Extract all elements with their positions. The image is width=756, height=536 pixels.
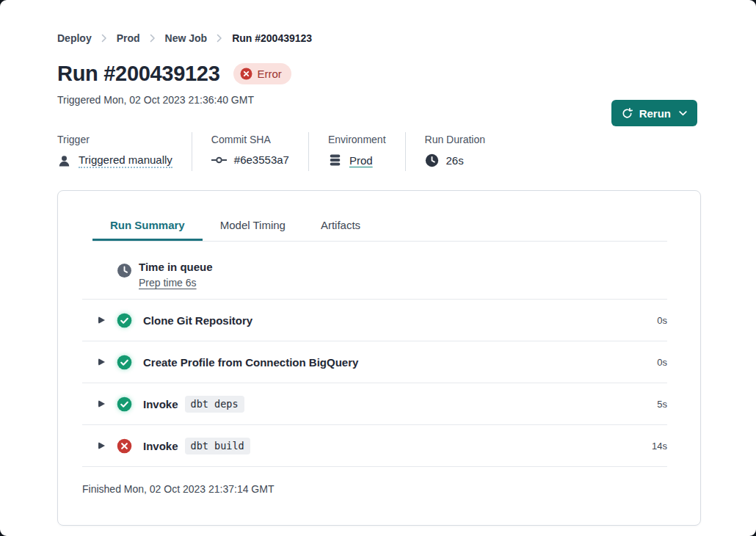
- commit-sha-value: #6e3553a7: [234, 153, 289, 166]
- chevron-right-icon: [101, 34, 107, 43]
- tab-model-timing[interactable]: Model Timing: [203, 211, 303, 241]
- trigger-value: Triggered manually: [79, 153, 172, 168]
- expand-caret-icon[interactable]: [98, 400, 105, 408]
- step-duration: 5s: [657, 399, 667, 410]
- meta-trigger: Trigger Triggered manually: [57, 132, 192, 171]
- run-summary-card: Run Summary Model Timing Artifacts Time …: [57, 190, 701, 526]
- step-row-clone-git[interactable]: Clone Git Repository 0s: [82, 299, 667, 341]
- meta-environment-label: Environment: [328, 134, 386, 145]
- success-status-icon: [117, 355, 132, 370]
- meta-environment: Environment Prod: [308, 132, 405, 171]
- breadcrumb: Deploy Prod New Job Run #200439123: [57, 32, 701, 44]
- tab-bar: Run Summary Model Timing Artifacts: [92, 211, 667, 242]
- success-status-icon: [117, 313, 132, 328]
- environment-link[interactable]: Prod: [349, 154, 373, 167]
- queue-clock-icon: [117, 263, 132, 289]
- meta-duration-label: Run Duration: [425, 134, 486, 145]
- step-title: Invoke: [143, 398, 178, 410]
- step-row-create-profile[interactable]: Create Profile from Connection BigQuery …: [82, 341, 667, 383]
- breadcrumb-item-deploy[interactable]: Deploy: [57, 32, 92, 44]
- tab-artifacts[interactable]: Artifacts: [303, 211, 378, 241]
- error-status-icon: [117, 438, 132, 454]
- run-meta-strip: Trigger Triggered manually Commit SHA: [57, 132, 701, 171]
- prep-time-link[interactable]: Prep time 6s: [139, 277, 213, 289]
- status-badge-label: Error: [258, 68, 282, 80]
- expand-caret-icon[interactable]: [98, 358, 105, 366]
- step-title: Clone Git Repository: [143, 314, 252, 327]
- meta-run-duration: Run Duration 26s: [405, 132, 505, 171]
- breadcrumb-item-current-run: Run #200439123: [232, 32, 312, 44]
- run-duration-value: 26s: [446, 154, 464, 167]
- chevron-right-icon: [150, 34, 156, 43]
- step-duration: 0s: [657, 357, 667, 368]
- step-duration: 14s: [652, 441, 667, 452]
- step-row-dbt-deps[interactable]: Invoke dbt deps 5s: [82, 383, 667, 424]
- step-title: Create Profile from Connection BigQuery: [143, 356, 358, 369]
- database-icon: [328, 153, 342, 167]
- person-icon: [57, 154, 71, 168]
- finished-timestamp: Finished Mon, 02 Oct 2023 21:37:14 GMT: [82, 466, 667, 495]
- step-command-chip: dbt build: [185, 438, 250, 454]
- refresh-icon: [622, 108, 633, 119]
- meta-commit-label: Commit SHA: [211, 134, 289, 145]
- tab-run-summary[interactable]: Run Summary: [92, 211, 203, 241]
- breadcrumb-item-new-job[interactable]: New Job: [165, 32, 208, 44]
- page-title: Run #200439123: [57, 62, 220, 86]
- triggered-timestamp: Triggered Mon, 02 Oct 2023 21:36:40 GMT: [57, 94, 701, 106]
- meta-trigger-label: Trigger: [57, 134, 172, 145]
- time-in-queue-row: Time in queue Prep time 6s: [82, 242, 667, 299]
- meta-commit-sha: Commit SHA #6e3553a7: [192, 132, 308, 171]
- step-duration: 0s: [657, 315, 667, 326]
- success-status-icon: [117, 396, 132, 412]
- breadcrumb-item-prod[interactable]: Prod: [117, 32, 140, 44]
- expand-caret-icon[interactable]: [98, 442, 105, 449]
- chevron-right-icon: [217, 34, 222, 43]
- step-command-chip: dbt deps: [185, 396, 244, 413]
- queue-title: Time in queue: [139, 261, 213, 273]
- status-badge: Error: [233, 63, 291, 84]
- error-circle-icon: [240, 68, 252, 80]
- step-title: Invoke: [143, 440, 178, 452]
- commit-icon: [211, 155, 227, 165]
- rerun-button[interactable]: Rerun: [611, 100, 697, 126]
- run-detail-page: Deploy Prod New Job Run #200439123 Run #…: [0, 0, 756, 536]
- rerun-button-label: Rerun: [639, 107, 671, 120]
- expand-caret-icon[interactable]: [98, 316, 105, 324]
- clock-icon: [425, 153, 439, 167]
- chevron-down-icon: [679, 111, 687, 116]
- step-row-dbt-build[interactable]: Invoke dbt build 14s: [82, 424, 667, 466]
